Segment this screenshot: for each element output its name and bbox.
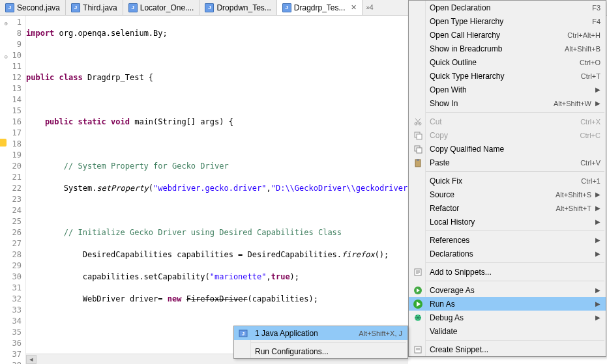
menu-separator: [410, 262, 604, 263]
menu-label: Validate: [430, 327, 600, 336]
coverage-icon: [413, 285, 423, 296]
paste-icon: [413, 158, 423, 168]
menu-item-local-history[interactable]: Local History▶: [409, 215, 606, 229]
fold-icon[interactable]: ⊕: [1, 18, 8, 25]
chevron-right-icon: ▶: [595, 236, 600, 244]
svg-rect-7: [417, 159, 419, 161]
fold-icon[interactable]: ⊖: [1, 51, 8, 58]
menu-separator: [410, 112, 604, 113]
run-as-submenu: J1 Java ApplicationAlt+Shift+X, JRun Con…: [233, 326, 408, 359]
menu-label: Open Declaration: [430, 3, 592, 12]
menu-shortcut: Alt+Shift+X, J: [359, 329, 402, 337]
tab-locator[interactable]: JLocator_One....: [123, 0, 200, 15]
menu-separator: [410, 231, 604, 231]
menu-item-open-type-hierarchy[interactable]: Open Type HierarchyF4: [409, 14, 606, 28]
menu-label: Run Configurations...: [255, 347, 402, 356]
menu-item-refactor[interactable]: RefactorAlt+Shift+T▶: [409, 201, 606, 215]
menu-label: Copy: [430, 131, 580, 140]
menu-label: Open Call Hierarchy: [430, 31, 567, 40]
chevron-right-icon: ▶: [595, 100, 600, 107]
menu-item-references[interactable]: References▶: [409, 233, 606, 247]
menu-label: Refactor: [430, 204, 556, 213]
menu-item-quick-fix[interactable]: Quick FixCtrl+1: [409, 174, 606, 188]
menu-label: Debug As: [430, 313, 591, 322]
warning-icon[interactable]: [0, 139, 7, 147]
tab-third[interactable]: JThird.java: [66, 0, 123, 15]
tab-label: Locator_One....: [140, 3, 194, 12]
menu-shortcut: Ctrl+X: [580, 118, 600, 126]
line-gutter: ⊕1 8 9 ⊖10 11 12 13 14 15 16 17 18 19 20…: [0, 16, 26, 364]
menu-label: Coverage As: [430, 286, 591, 295]
menu-shortcut: F4: [592, 18, 600, 25]
menu-shortcut: Ctrl+1: [581, 177, 600, 185]
menu-shortcut: Ctrl+T: [581, 72, 600, 80]
context-menu: Open DeclarationF3Open Type HierarchyF4O…: [408, 0, 606, 357]
menu-label: Add to Snippets...: [430, 268, 600, 277]
java-file-icon: J: [71, 3, 80, 12]
menu-separator: [410, 340, 604, 341]
run-icon: [413, 299, 423, 309]
menu-shortcut: F3: [592, 4, 600, 12]
menu-label: Copy Qualified Name: [430, 145, 600, 154]
menu-item-run-as[interactable]: Run As▶: [409, 297, 606, 311]
menu-item-cut: CutCtrl+X: [409, 115, 606, 128]
menu-separator: [410, 281, 604, 281]
menu-item-paste[interactable]: PasteCtrl+V: [409, 156, 606, 169]
tab-dropdown[interactable]: JDropdwn_Tes...: [200, 0, 276, 15]
chevron-right-icon: ▶: [595, 300, 600, 307]
chevron-right-icon: ▶: [595, 314, 600, 321]
menu-item-declarations[interactable]: Declarations▶: [409, 247, 606, 260]
menu-item-open-call-hierarchy[interactable]: Open Call HierarchyCtrl+Alt+H: [409, 28, 606, 42]
menu-item-coverage-as[interactable]: Coverage As▶: [409, 283, 606, 297]
tab-label: Second.java: [17, 3, 60, 12]
menu-item-1-java-application[interactable]: J1 Java ApplicationAlt+Shift+X, J: [234, 326, 407, 340]
svg-rect-5: [417, 148, 422, 153]
menu-label: Cut: [430, 117, 580, 126]
tab-overflow[interactable]: » 4: [363, 0, 378, 15]
menu-label: Open Type Hierarchy: [430, 17, 592, 26]
chevron-right-icon: ▶: [595, 250, 600, 257]
tab-label: Third.java: [83, 3, 117, 12]
menu-item-validate[interactable]: Validate: [409, 324, 606, 338]
tab-second[interactable]: JSecond.java: [0, 0, 66, 15]
chevron-right-icon: ▶: [595, 86, 600, 93]
menu-label: Source: [430, 190, 555, 199]
menu-label: Paste: [430, 158, 580, 167]
tab-dragdrop[interactable]: JDragdrp_Tes...✕: [277, 0, 363, 15]
menu-label: Quick Outline: [430, 58, 580, 67]
menu-item-add-to-snippets[interactable]: Add to Snippets...: [409, 265, 606, 279]
menu-item-show-in-breadcrumb[interactable]: Show in BreadcrumbAlt+Shift+B: [409, 42, 606, 55]
menu-item-copy: CopyCtrl+C: [409, 128, 606, 142]
menu-item-quick-outline[interactable]: Quick OutlineCtrl+O: [409, 55, 606, 69]
menu-label: Show in Breadcrumb: [430, 44, 565, 53]
tab-label: Dropdwn_Tes...: [216, 3, 271, 12]
create-snippet-icon: [413, 344, 423, 355]
menu-label: Quick Type Hierarchy: [430, 72, 581, 81]
menu-item-debug-as[interactable]: Debug As▶: [409, 311, 606, 324]
java-file-icon: J: [282, 3, 291, 12]
menu-label: Run As: [430, 300, 591, 309]
menu-item-show-in[interactable]: Show InAlt+Shift+W▶: [409, 96, 606, 110]
debug-icon: [413, 313, 423, 323]
menu-item-open-declaration[interactable]: Open DeclarationF3: [409, 1, 606, 14]
menu-item-copy-qualified-name[interactable]: Copy Qualified Name: [409, 142, 606, 156]
menu-label: Local History: [430, 217, 591, 227]
menu-item-source[interactable]: SourceAlt+Shift+S▶: [409, 188, 606, 201]
close-icon[interactable]: ✕: [351, 3, 357, 12]
copy-q-icon: [413, 144, 423, 154]
menu-shortcut: Ctrl+Alt+H: [567, 31, 600, 39]
menu-item-run-configurations[interactable]: Run Configurations...: [234, 344, 407, 358]
java-file-icon: J: [128, 3, 138, 12]
menu-item-create-snippet[interactable]: Create Snippet...: [409, 343, 606, 356]
menu-label: Open With: [430, 85, 591, 94]
menu-shortcut: Alt+Shift+B: [565, 45, 600, 53]
menu-label: Quick Fix: [430, 176, 581, 186]
menu-item-quick-type-hierarchy[interactable]: Quick Type HierarchyCtrl+T: [409, 69, 606, 83]
menu-label: Declarations: [430, 249, 591, 259]
menu-shortcut: Alt+Shift+W: [554, 100, 591, 107]
copy-icon: [413, 130, 423, 141]
menu-shortcut: Ctrl+O: [580, 59, 600, 66]
scroll-left-icon[interactable]: ◄: [26, 355, 37, 364]
chevron-right-icon: ▶: [595, 204, 600, 212]
menu-item-open-with[interactable]: Open With▶: [409, 83, 606, 96]
